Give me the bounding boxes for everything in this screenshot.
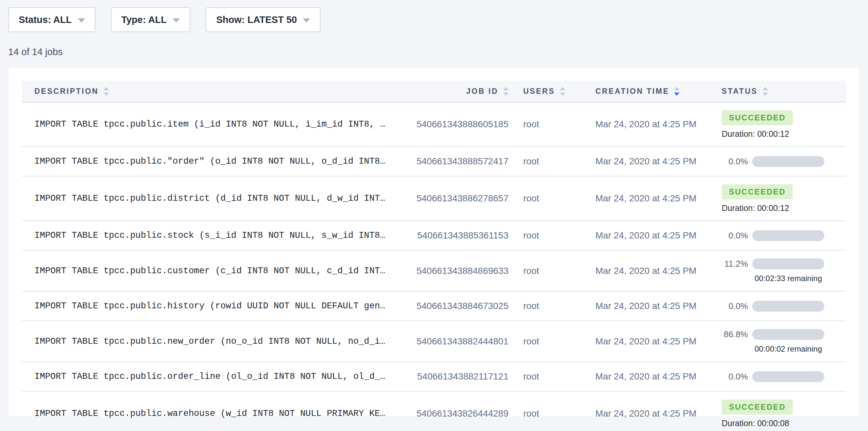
job-duration: Duration: 00:00:12 bbox=[722, 203, 789, 213]
column-header-label: USERS bbox=[523, 87, 555, 96]
table-row[interactable]: IMPORT TABLE tpcc.public.new_order (no_o… bbox=[22, 321, 846, 362]
job-status-cell: 0.0% bbox=[722, 230, 846, 241]
column-header-description[interactable]: DESCRIPTION bbox=[22, 87, 399, 96]
job-user: root bbox=[508, 119, 584, 129]
progress-bar bbox=[752, 301, 825, 312]
column-header-label: STATUS bbox=[722, 87, 758, 96]
job-user: root bbox=[508, 301, 584, 311]
table-row[interactable]: IMPORT TABLE tpcc.public.item (i_id INT8… bbox=[22, 102, 846, 147]
job-description: IMPORT TABLE tpcc.public.warehouse (w_id… bbox=[22, 409, 399, 419]
job-id: 540661343882444801 bbox=[399, 336, 508, 347]
job-description: IMPORT TABLE tpcc.public.customer (c_id … bbox=[22, 266, 399, 276]
sort-arrows-icon[interactable] bbox=[503, 87, 508, 96]
column-header-label: DESCRIPTION bbox=[34, 87, 99, 96]
progress-percent: 11.2% bbox=[722, 259, 748, 269]
job-description: IMPORT TABLE tpcc.public.new_order (no_o… bbox=[22, 337, 399, 346]
job-id: 540661343888572417 bbox=[399, 156, 508, 166]
table-header-row: DESCRIPTION JOB ID USERS CREATION TIME S… bbox=[22, 81, 846, 102]
chevron-down-icon bbox=[173, 19, 180, 23]
job-user: root bbox=[508, 193, 584, 204]
progress-bar bbox=[752, 371, 825, 382]
table-row[interactable]: IMPORT TABLE tpcc.public.customer (c_id … bbox=[22, 251, 846, 291]
table-row[interactable]: IMPORT TABLE tpcc.public.warehouse (w_id… bbox=[22, 392, 846, 431]
job-id: 540661343886278657 bbox=[399, 193, 508, 204]
table-row[interactable]: IMPORT TABLE tpcc.public.district (d_id … bbox=[22, 177, 846, 221]
job-status-cell: SUCCEEDEDDuration: 00:00:12 bbox=[722, 110, 846, 139]
status-badge: SUCCEEDED bbox=[722, 110, 793, 125]
progress-bar bbox=[752, 156, 825, 167]
job-duration: Duration: 00:00:08 bbox=[722, 419, 789, 428]
job-user: root bbox=[508, 336, 584, 347]
job-description: IMPORT TABLE tpcc.public.district (d_id … bbox=[22, 193, 399, 203]
job-description: IMPORT TABLE tpcc.public.order_line (ol_… bbox=[22, 372, 399, 381]
time-remaining: 00:00:02 remaining bbox=[752, 344, 825, 353]
progress-percent: 0.0% bbox=[722, 230, 748, 241]
job-creation-time: Mar 24, 2020 at 4:25 PM bbox=[584, 371, 722, 382]
sort-arrows-icon[interactable] bbox=[763, 87, 768, 96]
job-description: IMPORT TABLE tpcc.public."order" (o_id I… bbox=[22, 156, 399, 166]
job-status-cell: 0.0% bbox=[722, 371, 846, 382]
filter-bar: Status: ALL Type: ALL Show: LATEST 50 bbox=[0, 0, 868, 32]
progress-bar bbox=[752, 329, 825, 340]
table-row[interactable]: IMPORT TABLE tpcc.public.history (rowid … bbox=[22, 291, 846, 321]
job-status-cell: SUCCEEDEDDuration: 00:00:12 bbox=[722, 184, 846, 213]
job-description: IMPORT TABLE tpcc.public.history (rowid … bbox=[22, 301, 399, 311]
sort-arrows-icon[interactable] bbox=[674, 87, 679, 96]
type-filter-label: Type: ALL bbox=[121, 14, 167, 25]
job-creation-time: Mar 24, 2020 at 4:25 PM bbox=[584, 119, 722, 129]
status-filter-dropdown[interactable]: Status: ALL bbox=[8, 7, 95, 32]
progress-percent: 0.0% bbox=[722, 301, 748, 311]
job-id: 540661343888605185 bbox=[399, 119, 508, 129]
table-row[interactable]: IMPORT TABLE tpcc.public."order" (o_id I… bbox=[22, 147, 846, 177]
jobs-table-card: DESCRIPTION JOB ID USERS CREATION TIME S… bbox=[9, 68, 859, 416]
column-header-creation-time[interactable]: CREATION TIME bbox=[584, 87, 722, 96]
table-body: IMPORT TABLE tpcc.public.item (i_id INT8… bbox=[22, 102, 846, 431]
job-user: root bbox=[508, 266, 584, 276]
job-creation-time: Mar 24, 2020 at 4:25 PM bbox=[584, 336, 722, 347]
job-creation-time: Mar 24, 2020 at 4:25 PM bbox=[584, 193, 722, 204]
status-badge: SUCCEEDED bbox=[722, 400, 793, 414]
job-id: 540661343884673025 bbox=[399, 301, 508, 311]
time-remaining: 00:02:33 remaining bbox=[752, 274, 825, 283]
jobs-count: 14 of 14 jobs bbox=[8, 47, 868, 57]
job-status-cell: 0.0% bbox=[722, 156, 846, 167]
table-row[interactable]: IMPORT TABLE tpcc.public.order_line (ol_… bbox=[22, 362, 846, 392]
progress-percent: 0.0% bbox=[722, 372, 748, 382]
sort-arrows-icon[interactable] bbox=[560, 87, 565, 96]
sort-arrows-icon[interactable] bbox=[104, 87, 109, 96]
job-status-cell: SUCCEEDEDDuration: 00:00:08 bbox=[722, 400, 846, 428]
column-header-job-id[interactable]: JOB ID bbox=[399, 87, 508, 96]
column-header-label: CREATION TIME bbox=[595, 87, 669, 96]
job-creation-time: Mar 24, 2020 at 4:25 PM bbox=[584, 408, 722, 419]
job-user: root bbox=[508, 371, 584, 382]
show-filter-label: Show: LATEST 50 bbox=[216, 14, 297, 25]
chevron-down-icon bbox=[303, 19, 310, 23]
job-id: 540661343882117121 bbox=[399, 371, 508, 382]
job-description: IMPORT TABLE tpcc.public.stock (s_i_id I… bbox=[22, 230, 399, 240]
show-filter-dropdown[interactable]: Show: LATEST 50 bbox=[206, 7, 320, 32]
job-id: 540661343885361153 bbox=[399, 230, 508, 241]
job-user: root bbox=[508, 408, 584, 419]
job-user: root bbox=[508, 156, 584, 166]
type-filter-dropdown[interactable]: Type: ALL bbox=[111, 7, 191, 32]
status-badge: SUCCEEDED bbox=[722, 184, 793, 199]
status-filter-label: Status: ALL bbox=[19, 14, 72, 25]
job-status-cell: 0.0% bbox=[722, 301, 846, 312]
job-creation-time: Mar 24, 2020 at 4:25 PM bbox=[584, 266, 722, 276]
progress-bar bbox=[752, 230, 825, 241]
job-creation-time: Mar 24, 2020 at 4:25 PM bbox=[584, 156, 722, 166]
column-header-users[interactable]: USERS bbox=[508, 87, 584, 96]
job-description: IMPORT TABLE tpcc.public.item (i_id INT8… bbox=[22, 119, 399, 129]
progress-percent: 0.0% bbox=[722, 156, 748, 166]
job-id: 540661343884869633 bbox=[399, 266, 508, 276]
column-header-status[interactable]: STATUS bbox=[722, 87, 846, 96]
job-id: 540661343826444289 bbox=[399, 408, 508, 419]
job-status-cell: 11.2%00:02:33 remaining bbox=[722, 258, 846, 283]
job-user: root bbox=[508, 230, 584, 241]
column-header-label: JOB ID bbox=[466, 87, 498, 96]
table-row[interactable]: IMPORT TABLE tpcc.public.stock (s_i_id I… bbox=[22, 221, 846, 251]
job-creation-time: Mar 24, 2020 at 4:25 PM bbox=[584, 230, 722, 241]
progress-percent: 86.8% bbox=[722, 329, 748, 339]
job-creation-time: Mar 24, 2020 at 4:25 PM bbox=[584, 301, 722, 311]
job-status-cell: 86.8%00:00:02 remaining bbox=[722, 329, 846, 353]
